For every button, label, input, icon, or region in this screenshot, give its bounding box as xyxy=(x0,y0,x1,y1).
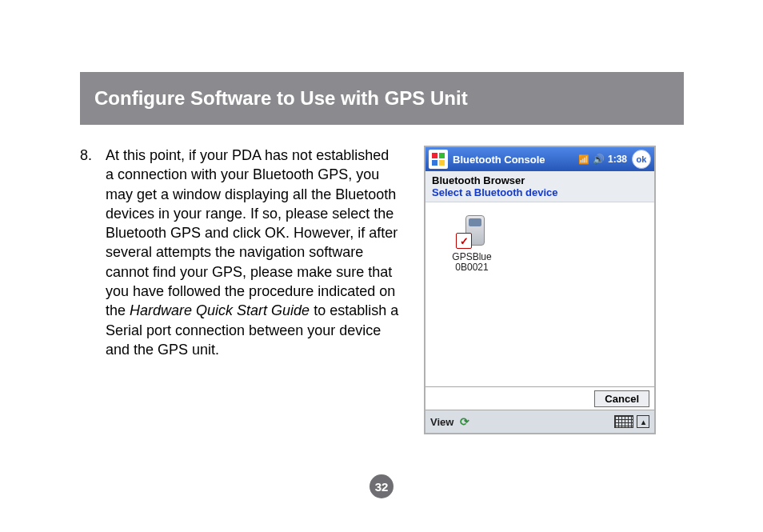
cancel-row: Cancel xyxy=(425,386,654,410)
bottom-right-group: ▴ xyxy=(614,415,649,428)
page-number: 32 xyxy=(375,480,389,494)
page-number-badge: 32 xyxy=(370,474,393,498)
svg-rect-3 xyxy=(439,160,445,166)
keyboard-icon[interactable] xyxy=(614,415,633,428)
bottom-left-group: View ⟳ xyxy=(430,415,471,428)
input-panel-toggle-icon[interactable]: ▴ xyxy=(637,415,649,428)
pda-status-area: 📶 🔊 1:38 xyxy=(578,154,629,165)
cancel-button[interactable]: Cancel xyxy=(594,390,649,407)
step-text-italic: Hardware Quick Start Guide xyxy=(130,302,310,318)
pda-app-title: Bluetooth Console xyxy=(451,154,578,166)
svg-rect-2 xyxy=(432,160,437,166)
ok-button[interactable]: ok xyxy=(632,150,651,169)
signal-icon: 📶 xyxy=(578,154,589,165)
bluetooth-device-item[interactable]: GPSBlue 0B0021 xyxy=(440,214,504,273)
step-item: 8. At this point, if your PDA has not es… xyxy=(80,146,400,359)
pda-subtitle: Bluetooth Browser xyxy=(425,171,654,186)
svg-rect-0 xyxy=(432,153,437,158)
screenshot-column: Bluetooth Console 📶 🔊 1:38 ok Bluetooth … xyxy=(424,146,684,434)
pda-instruction: Select a Bluetooth device xyxy=(425,186,654,202)
pda-title-bar: Bluetooth Console 📶 🔊 1:38 ok xyxy=(425,147,654,171)
device-icon xyxy=(456,214,488,249)
device-name-line2: 0B0021 xyxy=(440,262,504,273)
instruction-column: 8. At this point, if your PDA has not es… xyxy=(80,146,400,434)
pda-bottom-bar: View ⟳ ▴ xyxy=(425,410,654,433)
device-list-area[interactable]: GPSBlue 0B0021 xyxy=(425,202,654,386)
pda-screenshot: Bluetooth Console 📶 🔊 1:38 ok Bluetooth … xyxy=(424,146,656,434)
view-menu[interactable]: View xyxy=(430,416,453,428)
refresh-icon[interactable]: ⟳ xyxy=(458,415,471,428)
check-icon xyxy=(456,233,472,249)
windows-start-icon[interactable] xyxy=(429,150,448,169)
svg-rect-1 xyxy=(439,153,445,158)
speaker-icon: 🔊 xyxy=(593,154,605,165)
section-title: Configure Software to Use with GPS Unit xyxy=(94,87,468,110)
content-row: 8. At this point, if your PDA has not es… xyxy=(80,146,684,434)
manual-page: Configure Software to Use with GPS Unit … xyxy=(0,0,763,532)
step-text: At this point, if your PDA has not estab… xyxy=(106,146,400,359)
section-title-bar: Configure Software to Use with GPS Unit xyxy=(80,72,684,125)
step-text-part1: At this point, if your PDA has not estab… xyxy=(106,147,397,318)
pda-clock: 1:38 xyxy=(608,154,627,165)
step-number: 8. xyxy=(80,146,106,359)
